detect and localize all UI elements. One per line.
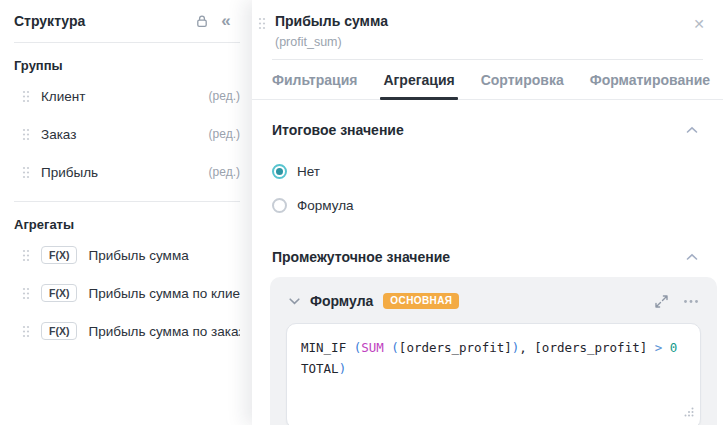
drag-handle-icon[interactable]	[22, 166, 30, 179]
settings-tabs: Фильтрация Агрегация Сортировка Форматир…	[252, 60, 723, 100]
intermediate-value-section-header: Промежуточное значение	[252, 222, 723, 266]
chevron-up-icon[interactable]	[683, 248, 701, 266]
chevron-up-icon[interactable]	[683, 121, 701, 139]
radio-unselected-icon[interactable]	[272, 198, 287, 213]
formula-editor[interactable]: MIN_IF (SUM ([orders_profit]), [orders_p…	[286, 323, 701, 425]
drawer-subtitle: (profit_sum)	[275, 35, 689, 49]
drag-handle-icon[interactable]	[22, 249, 30, 262]
collapse-sidebar-icon[interactable]: «	[214, 9, 238, 33]
tab-aggregation[interactable]: Агрегация	[383, 60, 454, 99]
radio-selected-icon[interactable]	[272, 164, 287, 179]
group-edit-link[interactable]: (ред.)	[209, 89, 240, 103]
drag-handle-icon[interactable]	[258, 17, 266, 30]
chevron-down-icon[interactable]	[286, 293, 302, 309]
intermediate-value-title: Промежуточное значение	[272, 249, 683, 265]
drag-handle-icon[interactable]	[22, 287, 30, 300]
drawer-title-block: Прибыль сумма (profit_sum)	[275, 13, 689, 49]
formula-card-header: Формула ОСНОВНАЯ	[286, 289, 701, 313]
group-edit-link[interactable]: (ред.)	[209, 165, 240, 179]
aggregate-row-profit-sum-order[interactable]: F(X) Прибыль сумма по заказу	[0, 312, 252, 350]
aggregate-label: Прибыль сумма по клие...	[88, 286, 240, 301]
sidebar-title: Структура	[14, 13, 190, 29]
total-value-options: Нет Формула	[252, 139, 723, 222]
primary-badge: ОСНОВНАЯ	[383, 293, 459, 309]
group-row-order[interactable]: Заказ (ред.)	[0, 115, 252, 153]
tab-sorting[interactable]: Сортировка	[481, 60, 564, 99]
fx-badge: F(X)	[41, 322, 77, 340]
group-edit-link[interactable]: (ред.)	[209, 127, 240, 141]
fx-badge: F(X)	[41, 284, 77, 302]
tab-formatting[interactable]: Форматирование	[590, 60, 710, 99]
close-icon[interactable]: ✕	[689, 14, 709, 34]
radio-formula-label: Формула	[297, 198, 354, 213]
drag-handle-icon[interactable]	[22, 325, 30, 338]
group-label: Прибыль	[41, 165, 198, 180]
lock-icon[interactable]	[190, 9, 214, 33]
aggregate-label: Прибыль сумма	[88, 248, 240, 263]
sidebar-header: Структура «	[0, 0, 252, 42]
tab-filtering[interactable]: Фильтрация	[272, 60, 357, 99]
formula-card: Формула ОСНОВНАЯ MIN_IF (SUM ([orders_pr…	[270, 277, 717, 425]
aggregate-row-profit-sum[interactable]: F(X) Прибыль сумма	[0, 236, 252, 274]
formula-line: MIN_IF (SUM ([orders_profit]), [orders_p…	[301, 337, 686, 358]
drawer-title: Прибыль сумма	[275, 13, 689, 30]
formula-line: TOTAL)	[301, 358, 686, 379]
aggregate-label: Прибыль сумма по заказу	[88, 324, 240, 339]
group-row-client[interactable]: Клиент (ред.)	[0, 77, 252, 115]
fx-badge: F(X)	[41, 246, 77, 264]
radio-formula[interactable]: Формула	[272, 188, 703, 222]
field-settings-drawer: Прибыль сумма (profit_sum) ✕ Фильтрация …	[252, 0, 723, 425]
groups-header: Группы	[0, 43, 252, 77]
radio-none[interactable]: Нет	[272, 154, 703, 188]
formula-card-title: Формула	[310, 293, 373, 309]
group-row-profit[interactable]: Прибыль (ред.)	[0, 153, 252, 191]
aggregate-row-profit-sum-client[interactable]: F(X) Прибыль сумма по клие...	[0, 274, 252, 312]
total-value-section-header: Итоговое значение	[252, 100, 723, 139]
radio-none-label: Нет	[297, 164, 320, 179]
drag-handle-icon[interactable]	[22, 128, 30, 141]
group-label: Клиент	[41, 89, 198, 104]
drawer-header: Прибыль сумма (profit_sum) ✕	[252, 0, 723, 49]
more-options-icon[interactable]	[681, 291, 701, 311]
group-label: Заказ	[41, 127, 198, 142]
aggregates-header: Агрегаты	[0, 202, 252, 236]
resize-grip-icon[interactable]	[684, 402, 694, 423]
drag-handle-icon[interactable]	[22, 90, 30, 103]
structure-sidebar: Структура « Группы Клиент (ред.) Заказ (…	[0, 0, 252, 425]
expand-icon[interactable]	[651, 291, 671, 311]
total-value-title: Итоговое значение	[272, 122, 683, 138]
